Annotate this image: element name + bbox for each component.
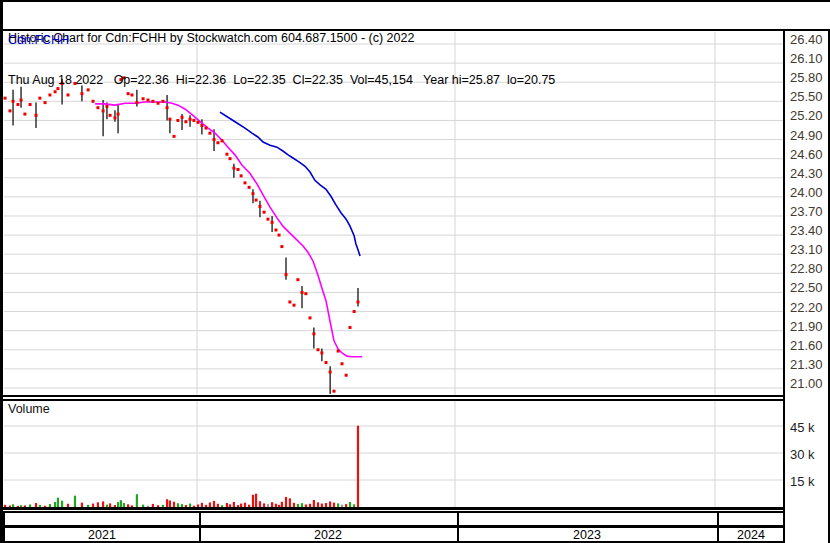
price-tick-label: 24.30 <box>790 166 830 179</box>
volume-baseline <box>3 507 783 510</box>
quote-summary-line: Thu Aug 18 2022 Op=22.36 Hi=22.36 Lo=22.… <box>8 73 830 87</box>
price-tick-label: 21.60 <box>790 338 830 351</box>
volume-tick-label: 15 k <box>790 474 830 487</box>
chart-header: Historic Chart for Cdn:FCHH by Stockwatc… <box>3 2 830 30</box>
header-divider <box>0 29 830 31</box>
historic-chart-window: Historic Chart for Cdn:FCHH by Stockwatc… <box>0 0 830 543</box>
volume-panel-label: Volume <box>8 402 50 416</box>
year-label-2021: 2021 <box>5 528 199 541</box>
x-axis-quarter-strip <box>3 511 785 527</box>
chart-title: Historic Chart for Cdn:FCHH by Stockwatc… <box>8 31 830 45</box>
price-tick-label: 21.90 <box>790 319 830 332</box>
price-tick-label: 25.50 <box>790 89 830 102</box>
plot-right-border <box>783 31 785 543</box>
price-tick-label: 26.40 <box>790 32 830 45</box>
year-label-2022: 2022 <box>199 528 457 541</box>
volume-tick-label: 30 k <box>790 447 830 460</box>
price-tick-label: 25.80 <box>790 70 830 83</box>
price-tick-label: 25.20 <box>790 108 830 121</box>
year-divider <box>457 513 459 525</box>
price-tick-label: 24.00 <box>790 185 830 198</box>
x-axis-year-strip: 2021202220232024 <box>3 526 785 543</box>
year-divider <box>199 513 201 525</box>
price-panel-bottom-border <box>3 395 783 397</box>
price-tick-label: 23.40 <box>790 223 830 236</box>
outer-border-left <box>0 0 3 543</box>
year-label-2023: 2023 <box>457 528 717 541</box>
price-tick-label: 23.70 <box>790 204 830 217</box>
price-tick-label: 24.60 <box>790 147 830 160</box>
price-tick-label: 21.00 <box>790 376 830 389</box>
price-tick-label: 21.30 <box>790 357 830 370</box>
price-tick-label: 22.20 <box>790 300 830 313</box>
price-tick-label: 23.10 <box>790 242 830 255</box>
year-label-2024: 2024 <box>717 528 785 541</box>
price-tick-label: 22.50 <box>790 280 830 293</box>
volume-tick-label: 45 k <box>790 420 830 433</box>
price-tick-label: 22.80 <box>790 261 830 274</box>
volume-panel-top-border <box>3 399 783 401</box>
symbol-label: Cdn:FCHH <box>8 33 69 47</box>
price-tick-label: 24.90 <box>790 128 830 141</box>
price-tick-label: 26.10 <box>790 51 830 64</box>
year-divider <box>717 513 719 525</box>
